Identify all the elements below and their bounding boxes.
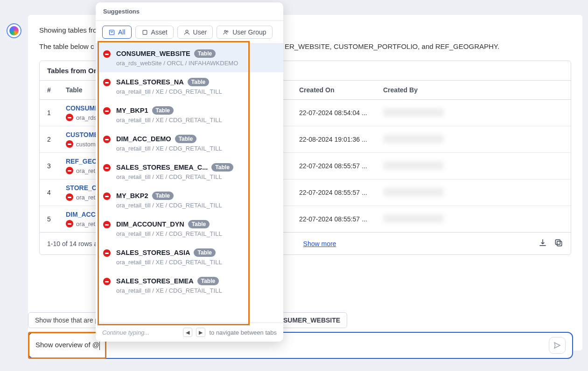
user-group-icon <box>223 29 230 36</box>
nav-left-button[interactable]: ◀ <box>183 328 192 337</box>
send-button[interactable] <box>549 337 566 354</box>
suggestion-name: SALES_STORES_EMEA <box>116 277 194 285</box>
suggestion-path: ora_retail_till / XE / CDG_RETAIL_TILL <box>116 145 276 152</box>
oracle-icon <box>103 164 111 172</box>
row-num: 1 <box>40 100 58 126</box>
oracle-icon <box>103 221 111 228</box>
suggestion-name: SALES_STORES_ASIA <box>116 249 190 256</box>
suggestion-path: ora_retail_till / XE / CDG_RETAIL_TILL <box>116 202 276 209</box>
col-created-by: Created By <box>376 81 571 100</box>
suggestion-item[interactable]: SALES_STORES_EMEA_C...Tableora_retail_ti… <box>96 158 283 186</box>
suggestion-footer: Continue typing... ◀ ▶ to navigate betwe… <box>96 323 283 342</box>
nav-hint: to navigate between tabs <box>209 329 277 336</box>
oracle-icon <box>103 278 111 285</box>
suggestion-path: ora_retail_till / XE / CDG_RETAIL_TILL <box>116 173 276 180</box>
col-created-on: Created On <box>292 81 376 100</box>
suggestion-name: SALES_STORES_NA <box>116 78 184 86</box>
suggestion-path: ora_retail_till / XE / CDG_RETAIL_TILL <box>116 259 276 266</box>
oracle-icon <box>66 220 73 227</box>
tab-user-group[interactable]: User Group <box>217 26 272 39</box>
suggestion-path: ora_retail_till / XE / CDG_RETAIL_TILL <box>116 287 276 294</box>
suggestion-item[interactable]: SALES_STORES_NATableora_retail_till / XE… <box>96 72 283 101</box>
row-created-on: 22-07-2024 08:54:04 ... <box>292 100 376 126</box>
suggestion-name: CONSUMER_WEBSITE <box>116 50 190 57</box>
user-icon <box>183 29 190 36</box>
type-badge: Table <box>152 106 174 115</box>
suggestion-item[interactable]: MY_BKP1Tableora_retail_till / XE / CDG_R… <box>96 101 283 129</box>
type-badge: Table <box>188 78 209 86</box>
nav-right-button[interactable]: ▶ <box>196 328 205 337</box>
oracle-icon <box>103 79 111 86</box>
intro2-suffix: ER_WEBSITE, CUSTOMER_PORTFOLIO, and REF_… <box>285 42 499 50</box>
suggestion-item[interactable]: SALES_STORES_ASIATableora_retail_till / … <box>96 243 283 271</box>
row-count: 1-10 of 14 rows an <box>47 240 101 247</box>
type-badge: Table <box>175 135 196 143</box>
col-num: # <box>40 81 58 100</box>
type-badge: Table <box>197 277 219 285</box>
type-badge: Table <box>188 220 210 228</box>
oracle-icon <box>66 193 73 201</box>
suggestion-path: ora_rds_webSite / ORCL / INFAHAWKDEMO <box>116 60 276 67</box>
suggestion-path: ora_retail_till / XE / CDG_RETAIL_TILL <box>116 88 276 95</box>
type-badge: Table <box>152 192 174 200</box>
continue-hint: Continue typing... <box>102 329 179 336</box>
oracle-icon <box>103 136 111 143</box>
svg-rect-0 <box>557 241 562 246</box>
row-created-on: 22-07-2024 08:55:57 ... <box>292 179 376 206</box>
row-created-on: 22-08-2024 19:01:36 ... <box>292 126 376 153</box>
row-num: 3 <box>40 153 58 179</box>
suggestion-name: MY_BKP1 <box>116 107 148 114</box>
suggestions-title: Suggestions <box>96 2 283 21</box>
type-badge: Table <box>194 49 216 58</box>
suggestion-tabs: All Asset User User Group <box>96 21 283 44</box>
intro2-prefix: The table below c <box>39 42 94 50</box>
tab-asset-label: Asset <box>151 28 168 36</box>
tab-asset[interactable]: Asset <box>135 26 174 39</box>
all-icon <box>108 29 115 36</box>
tab-all[interactable]: All <box>102 26 132 39</box>
suggestion-path: ora_retail_till / XE / CDG_RETAIL_TILL <box>116 117 276 124</box>
suggestion-item[interactable]: CONSUMER_WEBSITETableora_rds_webSite / O… <box>96 44 283 72</box>
row-created-by <box>376 206 571 233</box>
suggestions-panel: Suggestions All Asset User User Group CO… <box>96 2 283 342</box>
svg-point-6 <box>227 31 228 32</box>
tab-user-group-label: User Group <box>232 28 266 36</box>
suggestion-name: MY_BKP2 <box>116 192 148 199</box>
oracle-icon <box>66 114 73 121</box>
oracle-icon <box>66 140 73 148</box>
oracle-icon <box>66 167 73 174</box>
row-created-by <box>376 126 571 153</box>
oracle-icon <box>103 249 111 257</box>
suggestion-path: ora_retail_till / XE / CDG_RETAIL_TILL <box>116 230 276 237</box>
asset-icon <box>141 29 148 36</box>
row-num: 4 <box>40 179 58 206</box>
row-created-on: 22-07-2024 08:55:57 ... <box>292 206 376 233</box>
oracle-icon <box>103 107 111 115</box>
tab-user-label: User <box>193 28 207 36</box>
suggestion-item[interactable]: DIM_ACCOUNT_DYNTableora_retail_till / XE… <box>96 214 283 243</box>
tab-all-label: All <box>118 28 126 36</box>
download-icon[interactable] <box>538 238 547 249</box>
suggestion-list[interactable]: CONSUMER_WEBSITETableora_rds_webSite / O… <box>96 44 283 323</box>
suggestion-name: DIM_ACC_DEMO <box>116 135 171 143</box>
oracle-icon <box>103 50 111 58</box>
suggestion-name: DIM_ACCOUNT_DYN <box>116 220 184 228</box>
copy-icon[interactable] <box>554 238 563 249</box>
row-num: 5 <box>40 206 58 233</box>
type-badge: Table <box>194 248 215 257</box>
suggestion-item[interactable]: SALES_STORES_EMEATableora_retail_till / … <box>96 271 283 300</box>
row-created-on: 22-07-2024 08:55:57 ... <box>292 153 376 179</box>
tab-user[interactable]: User <box>177 26 213 39</box>
svg-point-5 <box>224 30 226 32</box>
suggestion-item[interactable]: DIM_ACC_DEMOTableora_retail_till / XE / … <box>96 129 283 158</box>
chat-input-text[interactable]: Show overview of @ <box>35 341 549 350</box>
type-badge: Table <box>211 163 233 172</box>
suggestion-item[interactable]: MY_BKP2Tableora_retail_till / XE / CDG_R… <box>96 186 283 214</box>
svg-point-4 <box>186 30 188 32</box>
row-created-by <box>376 179 571 206</box>
logo-icon <box>9 26 19 35</box>
send-icon <box>553 341 561 350</box>
app-logo[interactable] <box>7 23 21 38</box>
show-more-link[interactable]: Show more <box>303 240 336 247</box>
svg-rect-1 <box>555 240 560 244</box>
